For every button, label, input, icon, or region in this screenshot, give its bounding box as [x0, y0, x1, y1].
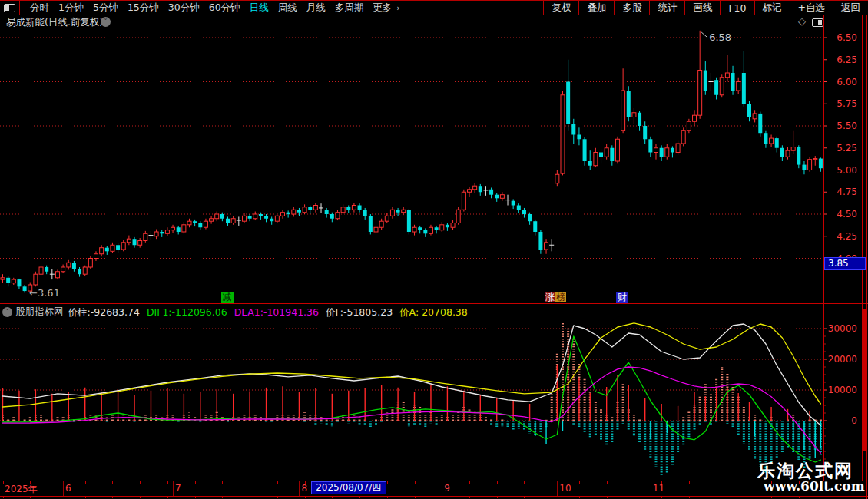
watermark-url: www.60lt.com	[764, 478, 865, 494]
toolbar-button[interactable]: 复权	[543, 1, 578, 15]
year-label: 2025年	[5, 483, 38, 496]
month-label: 7	[175, 483, 181, 494]
indicator-field: DIF1:-112096.06	[147, 306, 227, 318]
price-axis-line	[823, 15, 824, 481]
chevron-right-icon: ›	[396, 3, 399, 13]
svg-text:4.75: 4.75	[837, 187, 857, 197]
week-tick	[387, 481, 388, 484]
layout-toggle-button[interactable]	[0, 1, 20, 15]
month-separator	[299, 481, 300, 496]
week-tick	[524, 481, 525, 484]
period-tab[interactable]: 30分钟	[164, 2, 204, 15]
toolbar-button[interactable]: 叠加	[578, 1, 614, 15]
candlestick-svg[interactable]: 6.506.256.005.755.505.255.004.754.504.25…	[0, 29, 868, 303]
indicator-svg[interactable]: 3000020000100000	[0, 319, 868, 481]
period-tab[interactable]: 15分钟	[123, 2, 164, 15]
event-marker[interactable]: 财	[616, 292, 628, 303]
period-tab[interactable]: 5分钟	[88, 2, 123, 15]
week-tick	[305, 481, 306, 484]
month-label: 6	[65, 483, 71, 494]
week-tick	[167, 481, 168, 484]
week-tick	[744, 481, 744, 484]
week-tick	[607, 481, 608, 484]
month-label: 9	[444, 483, 450, 494]
week-tick	[497, 481, 498, 484]
toolbar-button[interactable]: 画线	[684, 1, 720, 15]
event-marker[interactable]: 涨榜	[545, 292, 566, 303]
week-tick	[552, 481, 552, 484]
toolbar-button[interactable]: F10	[720, 1, 754, 15]
toolbar-actions: 复权叠加多股统计画线F10标记+自选返回	[543, 1, 868, 15]
svg-text:6.25: 6.25	[837, 55, 857, 65]
indicator-header: ˅ 股朋指标网 价柱:-92683.74DIF1:-112096.06DEA1:…	[0, 303, 868, 319]
month-separator	[173, 481, 174, 496]
event-markers: 减涨榜财	[0, 292, 823, 304]
chart-title-bar: 易成新能(日线.前复权) ˅ ◇	[0, 15, 868, 29]
period-tab[interactable]: 60分钟	[204, 2, 245, 15]
event-marker[interactable]: 减	[221, 292, 234, 303]
chevron-down-circle-icon[interactable]: ˅	[101, 17, 111, 27]
cursor-price-box: 3.85	[824, 257, 866, 270]
indicator-field: 价柱:-92683.74	[68, 306, 140, 318]
month-separator	[651, 481, 651, 496]
period-tab[interactable]: 日线	[245, 2, 273, 15]
week-tick	[112, 481, 113, 484]
svg-text:6.50: 6.50	[837, 32, 857, 43]
indicator-chart[interactable]: 3000020000100000	[0, 319, 868, 481]
page-title: 易成新能(日线.前复权)	[6, 16, 103, 29]
svg-text:4.25: 4.25	[837, 231, 857, 242]
month-separator	[557, 481, 558, 496]
week-tick	[442, 481, 442, 484]
week-tick	[579, 481, 580, 484]
indicator-scrollbar[interactable]	[862, 309, 866, 451]
period-tab[interactable]: 多周期	[330, 2, 369, 15]
svg-text:5.00: 5.00	[837, 165, 857, 176]
toolbar-button[interactable]: 标记	[754, 1, 790, 15]
period-tab[interactable]: 分时	[25, 2, 54, 15]
cursor-date-box: 2025/08/07/四	[311, 481, 386, 494]
indicator-field: 价A: 20708.38	[399, 306, 468, 318]
diamond-icon[interactable]: ◇	[798, 15, 806, 27]
toolbar-button[interactable]: +自选	[790, 1, 833, 15]
month-label: 11	[653, 483, 664, 494]
svg-text:10000: 10000	[828, 385, 857, 395]
week-tick	[689, 481, 690, 484]
indicator-field: 价F:-51805.23	[326, 306, 393, 318]
week-tick	[195, 481, 196, 484]
indicator-source-label: 股朋指标网	[15, 306, 64, 319]
week-tick	[140, 481, 141, 484]
week-tick	[250, 481, 250, 484]
svg-text:20000: 20000	[828, 354, 857, 365]
split-pane-icon	[4, 4, 15, 12]
main-candlestick-chart[interactable]: 6.506.256.005.755.505.255.004.754.504.25…	[0, 29, 868, 303]
month-label: 8	[301, 483, 307, 494]
week-tick	[30, 481, 31, 484]
indicator-field: DEA1:-101941.36	[234, 306, 319, 318]
week-tick	[469, 481, 470, 484]
toolbar-button[interactable]: 多股	[614, 1, 649, 15]
chevron-down-circle-icon[interactable]: ˅	[2, 307, 12, 317]
period-tabs: 分时1分钟5分钟15分钟30分钟60分钟日线周线月线多周期更多›	[20, 2, 543, 15]
svg-text:6.00: 6.00	[837, 77, 857, 88]
time-axis[interactable]: 2025年 67891011	[0, 481, 868, 497]
week-tick	[222, 481, 223, 484]
svg-text:5.75: 5.75	[837, 98, 857, 109]
svg-text:30000: 30000	[828, 323, 857, 334]
split-pane-icon[interactable]	[812, 18, 823, 27]
period-tab[interactable]: 更多	[368, 2, 396, 15]
period-tab[interactable]: 周线	[273, 2, 302, 15]
toolbar-button[interactable]: 统计	[649, 1, 684, 15]
period-tab[interactable]: 月线	[302, 2, 330, 15]
week-tick	[717, 481, 717, 484]
svg-text:4.50: 4.50	[837, 209, 857, 220]
svg-text:5.50: 5.50	[837, 121, 857, 131]
month-label: 10	[559, 483, 571, 494]
toolbar-button[interactable]: 返回	[833, 1, 868, 15]
window-right-border	[866, 0, 867, 499]
month-separator	[63, 481, 64, 496]
week-tick	[277, 481, 278, 484]
indicator-values: 价柱:-92683.74DIF1:-112096.06DEA1:-101941.…	[68, 304, 475, 319]
period-tab[interactable]: 1分钟	[54, 2, 88, 15]
week-tick	[3, 481, 4, 484]
svg-text:0: 0	[851, 415, 857, 426]
